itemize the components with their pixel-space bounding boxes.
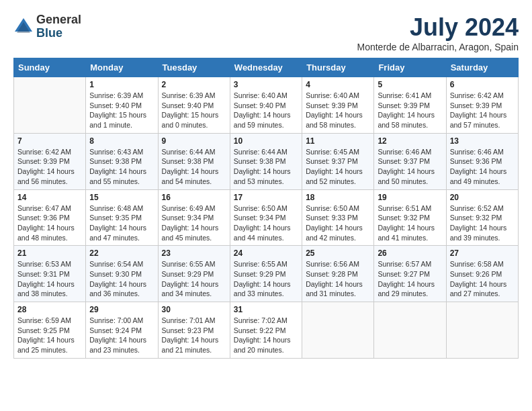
calendar-cell: 29Sunrise: 7:00 AMSunset: 9:24 PMDayligh… [86, 302, 158, 359]
header-friday: Friday [374, 58, 446, 77]
calendar-cell: 30Sunrise: 7:01 AMSunset: 9:23 PMDayligh… [158, 302, 230, 359]
calendar-cell: 23Sunrise: 6:55 AMSunset: 9:29 PMDayligh… [158, 246, 230, 302]
calendar-cell: 7Sunrise: 6:42 AMSunset: 9:39 PMDaylight… [14, 133, 86, 189]
calendar-cell: 13Sunrise: 6:46 AMSunset: 9:36 PMDayligh… [446, 133, 518, 189]
week-row-4: 21Sunrise: 6:53 AMSunset: 9:31 PMDayligh… [14, 246, 519, 302]
day-number: 17 [234, 193, 298, 202]
day-number: 26 [378, 248, 442, 258]
day-number: 2 [162, 80, 226, 89]
day-number: 4 [306, 80, 370, 89]
logo: General Blue [13, 13, 81, 40]
calendar-cell: 21Sunrise: 6:53 AMSunset: 9:31 PMDayligh… [14, 246, 86, 302]
day-info: Sunrise: 6:43 AMSunset: 9:38 PMDaylight:… [89, 147, 154, 187]
logo-general: General [36, 13, 81, 27]
calendar-cell: 26Sunrise: 6:57 AMSunset: 9:27 PMDayligh… [374, 246, 446, 302]
header-sunday: Sunday [14, 58, 86, 77]
calendar-cell: 28Sunrise: 6:59 AMSunset: 9:25 PMDayligh… [14, 302, 86, 359]
day-info: Sunrise: 6:42 AMSunset: 9:39 PMDaylight:… [17, 147, 82, 187]
day-number: 14 [17, 193, 82, 202]
day-number: 11 [306, 136, 370, 146]
header-tuesday: Tuesday [158, 58, 230, 77]
week-row-5: 28Sunrise: 6:59 AMSunset: 9:25 PMDayligh… [14, 302, 519, 359]
day-number: 24 [234, 248, 298, 258]
calendar-cell [302, 302, 374, 359]
day-info: Sunrise: 6:54 AMSunset: 9:30 PMDaylight:… [89, 259, 154, 299]
day-number: 19 [378, 193, 442, 202]
logo-icon [13, 17, 34, 37]
calendar-cell: 20Sunrise: 6:52 AMSunset: 9:32 PMDayligh… [446, 189, 518, 246]
header-wednesday: Wednesday [230, 58, 302, 77]
calendar-cell [374, 302, 446, 359]
calendar-cell: 6Sunrise: 6:42 AMSunset: 9:39 PMDaylight… [446, 77, 518, 134]
calendar-cell: 24Sunrise: 6:55 AMSunset: 9:29 PMDayligh… [230, 246, 302, 302]
day-info: Sunrise: 7:02 AMSunset: 9:22 PMDaylight:… [234, 316, 298, 355]
day-number: 28 [17, 305, 82, 314]
day-number: 21 [17, 248, 82, 258]
day-number: 7 [17, 136, 82, 146]
day-info: Sunrise: 6:42 AMSunset: 9:39 PMDaylight:… [450, 91, 515, 130]
day-info: Sunrise: 6:50 AMSunset: 9:34 PMDaylight:… [234, 203, 298, 243]
day-number: 10 [234, 136, 298, 146]
logo-text: General Blue [36, 13, 81, 40]
calendar-cell: 3Sunrise: 6:40 AMSunset: 9:40 PMDaylight… [230, 77, 302, 134]
day-number: 27 [450, 248, 515, 258]
day-info: Sunrise: 6:40 AMSunset: 9:39 PMDaylight:… [306, 91, 370, 130]
logo-blue: Blue [36, 27, 81, 40]
calendar-cell: 22Sunrise: 6:54 AMSunset: 9:30 PMDayligh… [86, 246, 158, 302]
day-info: Sunrise: 6:44 AMSunset: 9:38 PMDaylight:… [162, 147, 226, 187]
location: Monterde de Albarracin, Aragon, Spain [357, 42, 519, 52]
header-monday: Monday [86, 58, 158, 77]
day-number: 3 [234, 80, 298, 89]
calendar-cell [446, 302, 518, 359]
day-number: 12 [378, 136, 442, 146]
week-row-1: 1Sunrise: 6:39 AMSunset: 9:40 PMDaylight… [14, 77, 519, 134]
week-row-2: 7Sunrise: 6:42 AMSunset: 9:39 PMDaylight… [14, 133, 519, 189]
calendar-cell: 9Sunrise: 6:44 AMSunset: 9:38 PMDaylight… [158, 133, 230, 189]
day-info: Sunrise: 6:46 AMSunset: 9:37 PMDaylight:… [378, 147, 442, 187]
day-info: Sunrise: 7:01 AMSunset: 9:23 PMDaylight:… [162, 316, 226, 355]
day-info: Sunrise: 6:52 AMSunset: 9:32 PMDaylight:… [450, 203, 515, 243]
day-number: 1 [89, 80, 154, 89]
day-number: 30 [162, 305, 226, 314]
day-number: 8 [89, 136, 154, 146]
calendar-header-row: SundayMondayTuesdayWednesdayThursdayFrid… [14, 58, 519, 77]
day-number: 15 [89, 193, 154, 202]
calendar-cell [14, 77, 86, 134]
day-info: Sunrise: 6:47 AMSunset: 9:36 PMDaylight:… [17, 203, 82, 243]
day-number: 6 [450, 80, 515, 89]
calendar-cell: 18Sunrise: 6:50 AMSunset: 9:33 PMDayligh… [302, 189, 374, 246]
title-block: July 2024 Monterde de Albarracin, Aragon… [357, 13, 519, 52]
day-info: Sunrise: 6:50 AMSunset: 9:33 PMDaylight:… [306, 203, 370, 243]
day-info: Sunrise: 6:45 AMSunset: 9:37 PMDaylight:… [306, 147, 370, 187]
calendar-cell: 2Sunrise: 6:39 AMSunset: 9:40 PMDaylight… [158, 77, 230, 134]
day-info: Sunrise: 6:55 AMSunset: 9:29 PMDaylight:… [162, 259, 226, 299]
day-number: 13 [450, 136, 515, 146]
calendar-cell: 8Sunrise: 6:43 AMSunset: 9:38 PMDaylight… [86, 133, 158, 189]
calendar-cell: 5Sunrise: 6:41 AMSunset: 9:39 PMDaylight… [374, 77, 446, 134]
day-info: Sunrise: 7:00 AMSunset: 9:24 PMDaylight:… [89, 316, 154, 355]
day-info: Sunrise: 6:55 AMSunset: 9:29 PMDaylight:… [234, 259, 298, 299]
day-info: Sunrise: 6:40 AMSunset: 9:40 PMDaylight:… [234, 91, 298, 130]
page-header: General Blue July 2024 Monterde de Albar… [13, 13, 519, 52]
day-number: 25 [306, 248, 370, 258]
header-saturday: Saturday [446, 58, 518, 77]
day-number: 20 [450, 193, 515, 202]
calendar-cell: 15Sunrise: 6:48 AMSunset: 9:35 PMDayligh… [86, 189, 158, 246]
calendar-cell: 19Sunrise: 6:51 AMSunset: 9:32 PMDayligh… [374, 189, 446, 246]
calendar-cell: 10Sunrise: 6:44 AMSunset: 9:38 PMDayligh… [230, 133, 302, 189]
calendar-cell: 16Sunrise: 6:49 AMSunset: 9:34 PMDayligh… [158, 189, 230, 246]
day-number: 5 [378, 80, 442, 89]
day-info: Sunrise: 6:51 AMSunset: 9:32 PMDaylight:… [378, 203, 442, 243]
week-row-3: 14Sunrise: 6:47 AMSunset: 9:36 PMDayligh… [14, 189, 519, 246]
calendar-cell: 4Sunrise: 6:40 AMSunset: 9:39 PMDaylight… [302, 77, 374, 134]
day-number: 22 [89, 248, 154, 258]
calendar-cell: 1Sunrise: 6:39 AMSunset: 9:40 PMDaylight… [86, 77, 158, 134]
day-number: 9 [162, 136, 226, 146]
day-info: Sunrise: 6:53 AMSunset: 9:31 PMDaylight:… [17, 259, 82, 299]
calendar-cell: 25Sunrise: 6:56 AMSunset: 9:28 PMDayligh… [302, 246, 374, 302]
day-info: Sunrise: 6:56 AMSunset: 9:28 PMDaylight:… [306, 259, 370, 299]
calendar-table: SundayMondayTuesdayWednesdayThursdayFrid… [13, 58, 519, 359]
day-info: Sunrise: 6:39 AMSunset: 9:40 PMDaylight:… [89, 91, 154, 130]
day-info: Sunrise: 6:46 AMSunset: 9:36 PMDaylight:… [450, 147, 515, 187]
day-number: 23 [162, 248, 226, 258]
